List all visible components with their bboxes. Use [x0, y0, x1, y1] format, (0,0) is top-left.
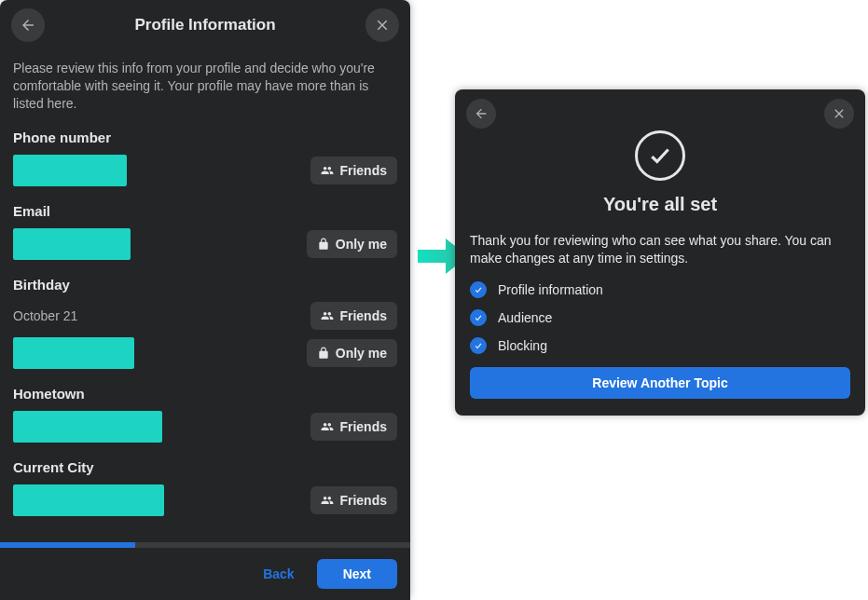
friends-icon	[321, 309, 334, 322]
redacted-value	[13, 228, 131, 260]
arrow-left-icon	[20, 17, 36, 34]
audience-label: Friends	[339, 163, 387, 178]
modal-header: Profile Information	[0, 0, 410, 50]
lock-icon	[317, 347, 330, 360]
field-label: Hometown	[13, 386, 397, 402]
field-hometown: Hometown Friends	[13, 386, 397, 443]
review-another-topic-button[interactable]: Review Another Topic	[470, 367, 850, 399]
close-button[interactable]	[365, 8, 399, 42]
field-email: Email Only me	[13, 203, 397, 260]
audience-label: Friends	[339, 419, 387, 434]
close-icon	[374, 17, 391, 34]
all-set-description: Thank you for reviewing who can see what…	[470, 232, 850, 268]
redacted-value	[13, 484, 164, 516]
checkmark-icon	[474, 341, 483, 350]
checkmark-icon	[648, 143, 672, 168]
checklist-item-audience: Audience	[470, 309, 850, 326]
audience-selector-friends[interactable]: Friends	[310, 486, 397, 514]
checkmark-icon	[474, 285, 483, 294]
modal-body: Please review this info from your profil…	[0, 50, 410, 542]
success-circle	[635, 130, 685, 181]
check-badge	[470, 337, 487, 354]
field-row: Friends	[13, 411, 397, 443]
checkmark-icon	[474, 313, 483, 322]
audience-label: Friends	[339, 493, 387, 508]
checklist-item-profile: Profile information	[470, 281, 850, 298]
field-current-city: Current City Friends	[13, 459, 397, 516]
field-row: October 21 Friends	[13, 302, 397, 330]
audience-label: Only me	[336, 237, 387, 252]
back-arrow-button[interactable]	[11, 8, 45, 42]
all-set-title: You're all set	[455, 194, 865, 215]
modal-title: Profile Information	[134, 16, 275, 34]
checklist-label: Blocking	[498, 338, 547, 353]
all-set-modal: You're all set Thank you for reviewing w…	[455, 89, 865, 416]
progress-bar	[0, 542, 410, 548]
field-label: Current City	[13, 459, 397, 475]
profile-info-modal: Profile Information Please review this i…	[0, 0, 410, 600]
modal-footer: Back Next	[0, 548, 410, 600]
friends-icon	[321, 494, 334, 507]
success-icon-wrap	[455, 130, 865, 181]
friends-icon	[321, 420, 334, 433]
audience-label: Only me	[336, 346, 387, 361]
audience-label: Friends	[339, 308, 387, 323]
field-label: Phone number	[13, 130, 397, 145]
modal-header	[455, 89, 865, 134]
check-badge	[470, 309, 487, 326]
field-row: Only me	[13, 228, 397, 260]
arrow-left-icon	[474, 106, 489, 121]
field-phone: Phone number Friends	[13, 130, 397, 186]
audience-selector-friends[interactable]: Friends	[310, 157, 397, 184]
check-badge	[470, 281, 487, 298]
checklist-label: Profile information	[498, 282, 603, 297]
lock-icon	[317, 238, 330, 251]
field-row: Friends	[13, 155, 397, 186]
friends-icon	[321, 164, 334, 177]
redacted-value	[13, 411, 162, 443]
close-button[interactable]	[824, 99, 854, 129]
redacted-value	[13, 155, 127, 186]
field-label: Birthday	[13, 277, 397, 293]
birthday-value: October 21	[13, 308, 77, 323]
redacted-value	[13, 337, 134, 369]
back-arrow-button[interactable]	[466, 99, 496, 129]
audience-selector-onlyme[interactable]: Only me	[307, 339, 397, 367]
field-birthday: Birthday October 21 Friends Only me	[13, 277, 397, 369]
next-button[interactable]: Next	[317, 559, 397, 589]
field-label: Email	[13, 203, 397, 219]
checklist-item-blocking: Blocking	[470, 337, 850, 354]
back-button[interactable]: Back	[250, 559, 307, 589]
progress-fill	[0, 542, 135, 548]
audience-selector-onlyme[interactable]: Only me	[307, 230, 397, 258]
audience-selector-friends[interactable]: Friends	[310, 302, 397, 330]
field-row: Friends	[13, 484, 397, 516]
field-row: Only me	[13, 337, 397, 369]
modal-body: Thank you for reviewing who can see what…	[455, 232, 865, 354]
instructions-text: Please review this info from your profil…	[13, 60, 397, 113]
progress-bar-wrap	[0, 542, 410, 548]
audience-selector-friends[interactable]: Friends	[310, 413, 397, 441]
close-icon	[832, 106, 847, 121]
checklist-label: Audience	[498, 310, 552, 325]
